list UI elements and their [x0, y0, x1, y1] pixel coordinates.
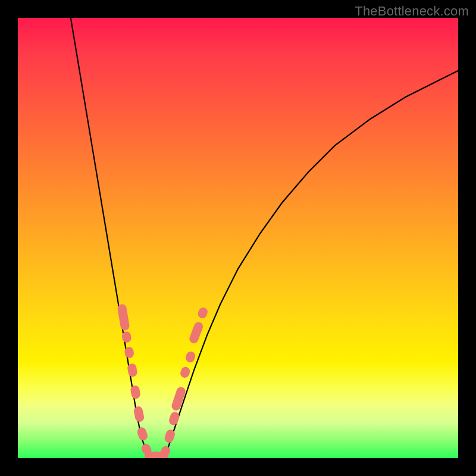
plot-area [18, 18, 458, 458]
right-curve [163, 71, 458, 458]
svg-rect-10 [168, 411, 180, 427]
svg-rect-14 [188, 321, 204, 345]
watermark-text: TheBottleneck.com [355, 4, 469, 19]
chart-svg [18, 18, 458, 458]
svg-rect-6 [136, 426, 149, 441]
svg-rect-0 [117, 303, 130, 331]
svg-rect-13 [184, 350, 196, 364]
svg-rect-5 [133, 406, 145, 422]
svg-rect-12 [179, 366, 191, 379]
chart-frame: TheBottleneck.com [0, 0, 476, 476]
svg-rect-15 [197, 306, 209, 320]
